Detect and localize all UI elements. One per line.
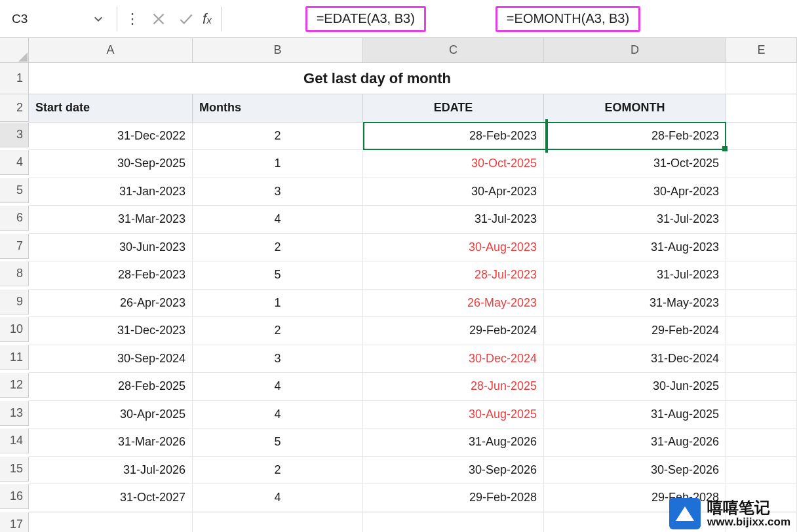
row-header-11[interactable]: 11	[0, 345, 29, 370]
cell-a8[interactable]: 28-Feb-2023	[29, 261, 193, 290]
cell-b4[interactable]: 1	[193, 150, 363, 178]
cell-d7[interactable]: 31-Aug-2023	[544, 234, 726, 262]
cell-c14[interactable]: 31-Aug-2026	[363, 428, 544, 457]
cell-b11[interactable]: 3	[193, 345, 363, 373]
cell-d3[interactable]: 28-Feb-2023	[544, 123, 726, 151]
fx-icon[interactable]: fx	[203, 10, 216, 28]
cell-b6[interactable]: 4	[193, 206, 363, 234]
chevron-down-icon[interactable]	[92, 12, 105, 26]
cell-a6[interactable]: 31-Mar-2023	[29, 206, 193, 234]
spreadsheet-grid[interactable]: A B C D E 1 Get last day of month 2 Star…	[0, 38, 797, 532]
cell-e11[interactable]	[726, 345, 797, 373]
cell-a7[interactable]: 30-Jun-2023	[29, 234, 193, 262]
cell-a16[interactable]: 31-Oct-2027	[29, 484, 193, 512]
row-header-17[interactable]: 17	[0, 512, 29, 533]
row-header-3[interactable]: 3	[0, 123, 29, 147]
cell-c16[interactable]: 29-Feb-2028	[363, 484, 544, 512]
cell-b16[interactable]: 4	[193, 484, 363, 512]
cell-d6[interactable]: 31-Jul-2023	[544, 206, 726, 234]
cell-b17[interactable]	[193, 512, 363, 533]
cell-e12[interactable]	[726, 373, 797, 401]
cell-c5[interactable]: 30-Apr-2023	[363, 178, 544, 206]
cell-e14[interactable]	[726, 428, 797, 457]
cell-e3[interactable]	[726, 123, 797, 151]
cell-e5[interactable]	[726, 178, 797, 206]
select-all-corner[interactable]	[0, 38, 29, 63]
cell-c9[interactable]: 26-May-2023	[363, 290, 544, 318]
cell-b5[interactable]: 3	[193, 178, 363, 206]
row-header-4[interactable]: 4	[0, 150, 29, 175]
cell-a13[interactable]: 30-Apr-2025	[29, 401, 193, 429]
col-header-d[interactable]: D	[544, 38, 726, 63]
cancel-formula-button[interactable]	[147, 8, 170, 30]
row-header-8[interactable]: 8	[0, 261, 29, 286]
cell-b9[interactable]: 1	[193, 290, 363, 318]
row-header-16[interactable]: 16	[0, 484, 29, 509]
row-header-9[interactable]: 9	[0, 290, 29, 314]
row-header-7[interactable]: 7	[0, 234, 29, 259]
cell-a4[interactable]: 30-Sep-2025	[29, 150, 193, 178]
cell-b14[interactable]: 5	[193, 428, 363, 457]
cell-e2[interactable]	[726, 94, 797, 123]
cell-d8[interactable]: 31-Jul-2023	[544, 261, 726, 290]
cell-c6[interactable]: 31-Jul-2023	[363, 206, 544, 234]
cell-e1[interactable]	[726, 63, 797, 94]
cell-c13[interactable]: 30-Aug-2025	[363, 401, 544, 429]
col-header-e[interactable]: E	[726, 38, 797, 63]
cell-c15[interactable]: 30-Sep-2026	[363, 457, 544, 485]
col-header-c[interactable]: C	[363, 38, 544, 63]
title-cell[interactable]: Get last day of month	[29, 63, 726, 94]
row-header-6[interactable]: 6	[0, 206, 29, 231]
cell-e8[interactable]	[726, 261, 797, 290]
cell-c11[interactable]: 30-Dec-2024	[363, 345, 544, 373]
col-header-a[interactable]: A	[29, 38, 193, 63]
cell-b10[interactable]: 2	[193, 317, 363, 345]
cell-c12[interactable]: 28-Jun-2025	[363, 373, 544, 401]
cell-a10[interactable]: 31-Dec-2023	[29, 317, 193, 345]
cell-b7[interactable]: 2	[193, 234, 363, 262]
cell-a12[interactable]: 28-Feb-2025	[29, 373, 193, 401]
header-months[interactable]: Months	[193, 94, 363, 123]
name-box[interactable]: C3	[8, 7, 111, 31]
cell-a9[interactable]: 26-Apr-2023	[29, 290, 193, 318]
cell-d4[interactable]: 31-Oct-2025	[544, 150, 726, 178]
cell-c8[interactable]: 28-Jul-2023	[363, 261, 544, 290]
cell-c7[interactable]: 30-Aug-2023	[363, 234, 544, 262]
accept-formula-button[interactable]	[175, 8, 197, 30]
row-header-10[interactable]: 10	[0, 317, 29, 342]
cell-e6[interactable]	[726, 206, 797, 234]
row-header-15[interactable]: 15	[0, 457, 29, 482]
cell-a14[interactable]: 31-Mar-2026	[29, 428, 193, 457]
cell-b15[interactable]: 2	[193, 457, 363, 485]
cell-c4[interactable]: 30-Oct-2025	[363, 150, 544, 178]
col-header-b[interactable]: B	[193, 38, 363, 63]
cell-e4[interactable]	[726, 150, 797, 178]
row-header-2[interactable]: 2	[0, 94, 29, 122]
cell-c10[interactable]: 29-Feb-2024	[363, 317, 544, 345]
row-header-14[interactable]: 14	[0, 428, 29, 453]
cell-b13[interactable]: 4	[193, 401, 363, 429]
row-header-5[interactable]: 5	[0, 178, 29, 203]
cell-e13[interactable]	[726, 401, 797, 429]
cell-c3[interactable]: 28-Feb-2023	[363, 123, 544, 151]
cell-d12[interactable]: 30-Jun-2025	[544, 373, 726, 401]
cell-e10[interactable]	[726, 317, 797, 345]
cell-b12[interactable]: 4	[193, 373, 363, 401]
cell-a5[interactable]: 31-Jan-2023	[29, 178, 193, 206]
header-eomonth[interactable]: EOMONTH	[544, 94, 726, 123]
cell-e9[interactable]	[726, 290, 797, 318]
header-start-date[interactable]: Start date	[29, 94, 193, 123]
cell-d11[interactable]: 31-Dec-2024	[544, 345, 726, 373]
cell-d13[interactable]: 31-Aug-2025	[544, 401, 726, 429]
cell-b3[interactable]: 2	[193, 123, 363, 151]
cell-d10[interactable]: 29-Feb-2024	[544, 317, 726, 345]
cell-e15[interactable]	[726, 457, 797, 485]
row-header-13[interactable]: 13	[0, 401, 29, 426]
cell-c17[interactable]	[363, 512, 544, 533]
cell-b8[interactable]: 5	[193, 261, 363, 290]
header-edate[interactable]: EDATE	[363, 94, 544, 123]
cell-d9[interactable]: 31-May-2023	[544, 290, 726, 318]
cell-a11[interactable]: 30-Sep-2024	[29, 345, 193, 373]
cell-a3[interactable]: 31-Dec-2022	[29, 123, 193, 151]
row-header-12[interactable]: 12	[0, 373, 29, 398]
